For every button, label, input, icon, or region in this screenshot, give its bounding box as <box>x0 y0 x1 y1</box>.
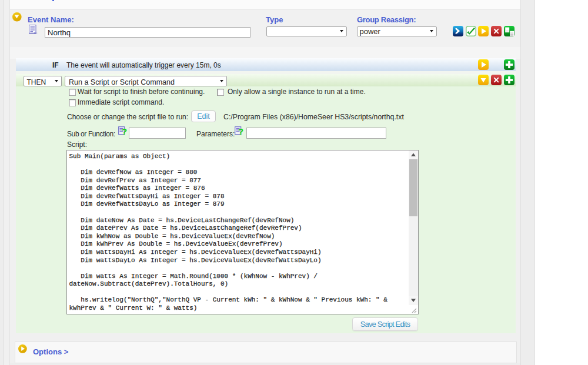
svg-text:?: ? <box>122 126 127 136</box>
svg-text:?: ? <box>238 126 243 136</box>
